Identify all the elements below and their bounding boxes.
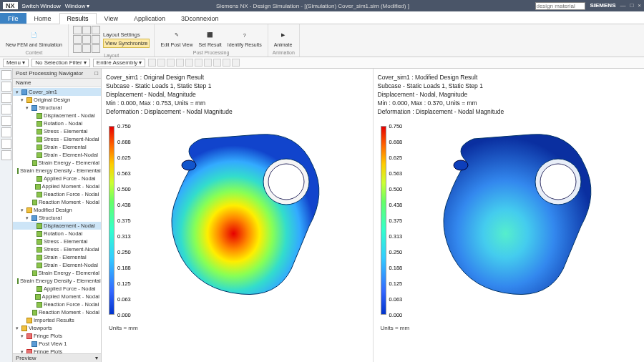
close-button[interactable]: × (638, 2, 641, 10)
tree-imported[interactable]: Imported Results (13, 316, 101, 324)
identify-results-button[interactable]: ?Identify Results (226, 29, 263, 47)
tool-4-icon[interactable] (176, 59, 184, 67)
switch-window[interactable]: Switch Window (22, 3, 61, 9)
tree-structural-1[interactable]: ▾Structural (13, 214, 101, 222)
layout-8-icon[interactable] (82, 44, 91, 53)
tree-item[interactable]: Stress - Element-Nodal (13, 135, 101, 143)
window-title: Siemens NX - Design Simulation - [(Simul… (89, 3, 535, 9)
navigator-tree[interactable]: ▾Cover_sim1▾Original Design▾StructuralDi… (13, 87, 101, 353)
tree-item[interactable]: Rotation - Nodal (13, 119, 101, 127)
tool-9-icon[interactable] (223, 59, 230, 67)
tree-item[interactable]: Strain Energy - Elemental (13, 269, 101, 277)
tree-root[interactable]: ▾Cover_sim1 (13, 88, 101, 96)
tree-item[interactable]: Applied Force - Nodal (13, 285, 101, 293)
tree-item[interactable]: Reaction Moment - Nodal (13, 308, 101, 316)
layout-2-icon[interactable] (82, 26, 91, 34)
tree-item[interactable]: Strain - Element-Nodal (13, 151, 101, 159)
resource-bar (0, 69, 13, 362)
tree-item[interactable]: Reaction Force - Nodal (13, 190, 101, 198)
preview-footer[interactable]: Preview▾ (13, 353, 101, 362)
tree-item[interactable]: Applied Moment - Nodal (13, 182, 101, 190)
ribbon-tabs: File Home Results View Application 3Dcon… (0, 11, 644, 24)
tab-file[interactable]: File (0, 13, 26, 24)
window-menu[interactable]: Window ▾ (65, 3, 90, 9)
layout-3-icon[interactable] (92, 26, 100, 34)
nav-5-icon[interactable] (1, 116, 11, 126)
tree-item[interactable]: Stress - Elemental (13, 127, 101, 135)
edit-post-view-button[interactable]: ✎Edit Post View (159, 29, 194, 47)
layout-7-icon[interactable] (73, 44, 82, 53)
minimize-button[interactable]: — (620, 2, 625, 10)
new-fem-sim-button[interactable]: 📄New FEM and Simulation (4, 29, 64, 47)
tool-6-icon[interactable] (195, 59, 203, 67)
tree-group-1[interactable]: ▾Modified Design (13, 206, 101, 214)
tree-postview-1[interactable]: Post View 1 (13, 340, 101, 348)
tree-item[interactable]: Stress - Element-Nodal (13, 245, 101, 253)
tree-item[interactable]: Displacement - Nodal (13, 112, 101, 119)
tab-3dconnexion[interactable]: 3Dconnexion (173, 13, 227, 24)
layout-6-icon[interactable] (92, 35, 100, 44)
assembly-filter-dropdown[interactable]: Entire Assembly ▾ (93, 59, 146, 67)
nav-3-icon[interactable] (1, 93, 11, 103)
tool-10-icon[interactable] (232, 59, 240, 67)
svg-point-2 (182, 160, 196, 170)
graphics-viewport[interactable]: Cover_sim1 : Original Design Result Subc… (102, 69, 644, 362)
tree-fringe[interactable]: ▾Fringe Plots (13, 332, 101, 340)
nav-4-icon[interactable] (1, 104, 11, 114)
tree-item[interactable]: Strain - Element-Nodal (13, 261, 101, 269)
tab-application[interactable]: Application (126, 13, 173, 24)
result-range: Min : 0.000, Max : 0.753, Units = mm (106, 99, 369, 107)
tree-item[interactable]: Strain - Elemental (13, 253, 101, 261)
nav-8-icon[interactable] (1, 150, 11, 160)
tree-fringe-2[interactable]: ▾Fringe Plots (13, 348, 101, 353)
layout-4-icon[interactable] (73, 35, 82, 44)
view-synchronize-button[interactable]: View Synchronize (103, 39, 150, 48)
animate-button[interactable]: ▶Animate (273, 29, 294, 47)
tree-structural-0[interactable]: ▾Structural (13, 104, 101, 112)
units-label: Units = mm (109, 325, 138, 331)
layout-1-icon[interactable] (73, 26, 82, 34)
nav-7-icon[interactable] (1, 139, 11, 149)
nav-1-icon[interactable] (1, 70, 11, 80)
tree-item[interactable]: Strain Energy - Elemental (13, 159, 101, 167)
tree-item[interactable]: Applied Force - Nodal (13, 175, 101, 182)
part-render-right[interactable] (424, 126, 610, 312)
chevron-down-icon: ▾ (95, 355, 98, 361)
layout-5-icon[interactable] (82, 35, 91, 44)
tree-item[interactable]: Reaction Moment - Nodal (13, 198, 101, 206)
tree-item[interactable]: Rotation - Nodal (13, 230, 101, 238)
tool-3-icon[interactable] (167, 59, 175, 67)
tree-viewports[interactable]: ▾Viewports (13, 324, 101, 332)
tab-home[interactable]: Home (26, 13, 59, 24)
column-header-name[interactable]: Name (13, 79, 101, 87)
tool-2-icon[interactable] (157, 59, 165, 67)
tree-item[interactable]: Displacement - Nodal (13, 222, 101, 230)
tree-item[interactable]: Reaction Force - Nodal (13, 300, 101, 308)
tree-item[interactable]: Strain Energy Density - Elemental (13, 277, 101, 285)
tool-7-icon[interactable] (204, 59, 212, 67)
nav-2-icon[interactable] (1, 82, 11, 92)
tool-1-icon[interactable] (148, 59, 156, 67)
tool-5-icon[interactable] (185, 59, 193, 67)
command-finder[interactable] (535, 2, 585, 10)
layout-9-icon[interactable] (92, 44, 100, 53)
tree-item[interactable]: Stress - Elemental (13, 238, 101, 245)
tab-results[interactable]: Results (59, 13, 97, 24)
tool-8-icon[interactable] (213, 59, 221, 67)
set-result-button[interactable]: ⬛Set Result (197, 29, 223, 47)
panel-options-icon[interactable]: □ (94, 70, 98, 77)
tab-view[interactable]: View (97, 13, 126, 24)
part-render-left[interactable] (152, 126, 338, 312)
result-type: Displacement - Nodal, Magnitude (378, 90, 640, 99)
group-label: Animation (273, 50, 295, 55)
maximize-button[interactable]: □ (630, 2, 633, 10)
menu-dropdown[interactable]: Menu ▾ (3, 59, 29, 67)
nav-6-icon[interactable] (1, 127, 11, 137)
tree-group-0[interactable]: ▾Original Design (13, 96, 101, 104)
tree-item[interactable]: Strain - Elemental (13, 143, 101, 151)
tree-item[interactable]: Applied Moment - Nodal (13, 293, 101, 300)
layout-settings-button[interactable]: Layout Settings (103, 31, 150, 39)
tree-item[interactable]: Strain Energy Density - Elemental (13, 167, 101, 175)
group-label: Context (4, 50, 64, 55)
selection-filter-dropdown[interactable]: No Selection Filter ▾ (31, 59, 90, 67)
